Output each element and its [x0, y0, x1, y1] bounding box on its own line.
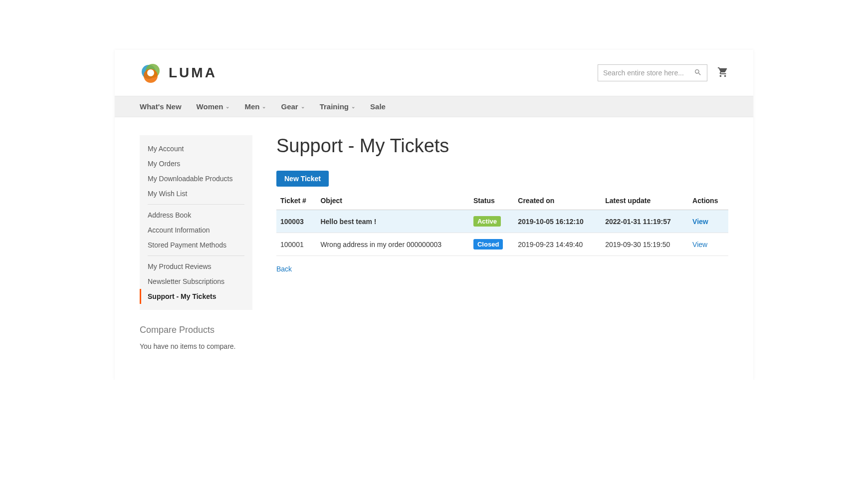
nav-item-sale[interactable]: Sale [370, 96, 386, 117]
sidebar-divider [148, 204, 244, 205]
ticket-actions: View [688, 210, 728, 233]
compare-empty: You have no items to compare. [140, 342, 252, 350]
nav-label: Women [197, 102, 223, 111]
column-header: Created on [514, 192, 601, 210]
sidebar: My AccountMy OrdersMy Downloadable Produ… [140, 135, 252, 350]
table-row: 100001Wrong address in my order 00000000… [276, 233, 728, 256]
chevron-down-icon: ⌄ [225, 104, 229, 109]
tickets-table: Ticket #ObjectStatusCreated onLatest upd… [276, 192, 728, 256]
nav-item-what-s-new[interactable]: What's New [140, 96, 182, 117]
logo-text: LUMA [169, 65, 217, 81]
logo[interactable]: LUMA [140, 62, 217, 84]
nav-label: What's New [140, 102, 182, 111]
nav-label: Sale [370, 102, 386, 111]
sidebar-item-my-orders[interactable]: My Orders [140, 156, 252, 171]
sidebar-item-my-downloadable-products[interactable]: My Downloadable Products [140, 171, 252, 186]
chevron-down-icon: ⌄ [301, 104, 305, 109]
sidebar-item-my-wish-list[interactable]: My Wish List [140, 186, 252, 201]
ticket-object: Wrong address in my order 000000003 [316, 233, 469, 256]
sidebar-item-my-product-reviews[interactable]: My Product Reviews [140, 259, 252, 274]
ticket-updated: 2019-09-30 15:19:50 [601, 233, 688, 256]
page-title: Support - My Tickets [276, 135, 728, 157]
ticket-id: 100001 [276, 233, 316, 256]
column-header: Latest update [601, 192, 688, 210]
ticket-object: Hello best team ! [316, 210, 469, 233]
compare-block: Compare Products You have no items to co… [140, 325, 252, 350]
status-badge: Closed [473, 239, 503, 250]
ticket-actions: View [688, 233, 728, 256]
nav-item-men[interactable]: Men⌄ [244, 96, 266, 117]
ticket-status: Active [469, 210, 514, 233]
search-input[interactable] [603, 69, 694, 77]
view-link[interactable]: View [692, 241, 707, 249]
sidebar-item-my-account[interactable]: My Account [140, 141, 252, 156]
status-badge: Active [473, 216, 501, 227]
cart-icon[interactable] [717, 67, 728, 79]
back-link[interactable]: Back [276, 265, 292, 273]
nav-label: Training [320, 102, 349, 111]
nav-item-women[interactable]: Women⌄ [197, 96, 230, 117]
ticket-updated: 2022-01-31 11:19:57 [601, 210, 688, 233]
sidebar-item-stored-payment-methods[interactable]: Stored Payment Methods [140, 238, 252, 252]
nav-label: Gear [281, 102, 298, 111]
view-link[interactable]: View [692, 218, 708, 226]
column-header: Ticket # [276, 192, 316, 210]
nav-label: Men [244, 102, 259, 111]
nav-item-gear[interactable]: Gear⌄ [281, 96, 304, 117]
ticket-status: Closed [469, 233, 514, 256]
new-ticket-button[interactable]: New Ticket [276, 171, 329, 187]
svg-point-3 [147, 69, 154, 76]
sidebar-item-support-my-tickets[interactable]: Support - My Tickets [140, 289, 252, 304]
sidebar-item-address-book[interactable]: Address Book [140, 208, 252, 223]
column-header: Actions [688, 192, 728, 210]
compare-title: Compare Products [140, 325, 252, 335]
table-row: 100003Hello best team !Active2019-10-05 … [276, 210, 728, 233]
ticket-id: 100003 [276, 210, 316, 233]
chevron-down-icon: ⌄ [351, 104, 355, 109]
column-header: Object [316, 192, 469, 210]
nav-item-training[interactable]: Training⌄ [320, 96, 355, 117]
search-icon[interactable] [694, 68, 702, 78]
header: LUMA [115, 50, 753, 96]
sidebar-item-newsletter-subscriptions[interactable]: Newsletter Subscriptions [140, 274, 252, 289]
main-content: Support - My Tickets New Ticket Ticket #… [276, 135, 728, 350]
column-header: Status [469, 192, 514, 210]
sidebar-divider [148, 255, 244, 256]
ticket-created: 2019-10-05 16:12:10 [514, 210, 601, 233]
main-nav: What's NewWomen⌄Men⌄Gear⌄Training⌄Sale [115, 96, 753, 117]
luma-logo-icon [140, 62, 162, 84]
ticket-created: 2019-09-23 14:49:40 [514, 233, 601, 256]
chevron-down-icon: ⌄ [262, 104, 266, 109]
search-box[interactable] [598, 64, 707, 81]
sidebar-item-account-information[interactable]: Account Information [140, 223, 252, 238]
